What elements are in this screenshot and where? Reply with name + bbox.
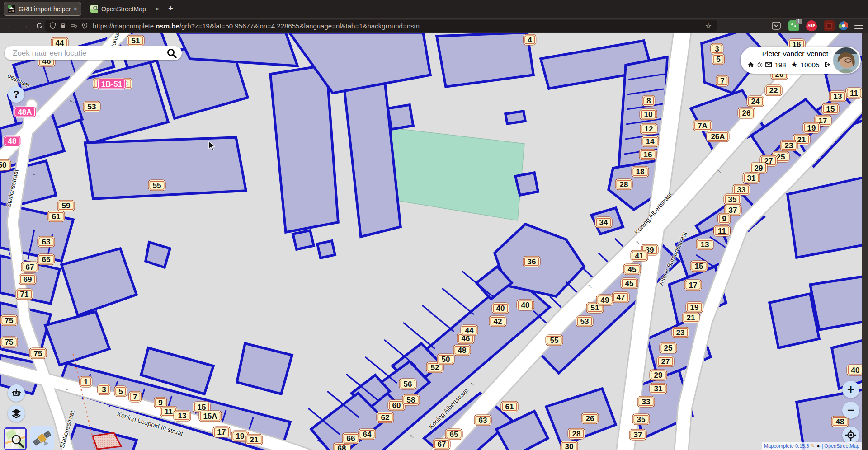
house-number-badge[interactable]: 40	[847, 365, 864, 376]
house-number-badge[interactable]: 31	[650, 383, 667, 394]
house-number-badge[interactable]: 63	[38, 236, 55, 248]
messages-icon[interactable]	[765, 61, 772, 68]
house-number-badge[interactable]: 1B-51	[97, 79, 127, 90]
house-number-badge[interactable]: 49	[596, 295, 614, 306]
zoom-in-button[interactable]: +	[842, 381, 859, 398]
house-number-badge[interactable]: 15A	[198, 411, 222, 422]
house-number-badge[interactable]: 63	[474, 415, 492, 426]
house-number-badge[interactable]: 21	[682, 312, 700, 323]
house-number-badge[interactable]: 75	[29, 348, 47, 359]
tab-grb-import-helper[interactable]: GRB GRB import helper ×	[4, 2, 81, 16]
house-number-badge[interactable]: 33	[637, 396, 655, 408]
attribution-edit-icon[interactable]: ✎	[811, 443, 815, 449]
house-number-badge[interactable]: 26	[738, 108, 755, 119]
pocket-save-icon[interactable]	[771, 20, 782, 31]
tab-openstreetmap[interactable]: OpenStreetMap ×	[87, 2, 163, 16]
zoom-out-button[interactable]: −	[842, 402, 859, 419]
house-number-badge[interactable]: 55	[546, 335, 563, 346]
house-number-badge[interactable]: 56	[399, 379, 417, 390]
house-number-badge[interactable]: 36	[523, 256, 541, 267]
house-number-badge[interactable]: 27	[657, 356, 675, 367]
extension-multicolor-icon[interactable]	[838, 20, 849, 31]
attribution-osm-link[interactable]: | OpenStreetMap	[821, 443, 859, 449]
location-search-box[interactable]	[5, 46, 182, 60]
new-tab-button[interactable]: +	[168, 4, 173, 14]
house-number-badge[interactable]: 4	[523, 34, 536, 46]
house-number-badge[interactable]: 19	[803, 122, 821, 134]
house-number-badge[interactable]: 14	[642, 136, 659, 147]
house-number-badge[interactable]: 30	[561, 441, 578, 450]
adblock-plus-icon[interactable]: ABP	[806, 20, 817, 31]
house-number-badge[interactable]: 50	[437, 354, 455, 365]
house-number-badge[interactable]: 34	[595, 217, 613, 228]
forward-button[interactable]: →	[19, 20, 31, 32]
house-number-badge[interactable]: 25	[660, 342, 677, 354]
house-number-badge[interactable]: 23	[780, 140, 798, 151]
house-number-badge[interactable]: 42	[489, 316, 507, 327]
house-number-badge[interactable]: 17	[684, 280, 702, 291]
house-number-badge[interactable]: 35	[724, 194, 741, 205]
house-number-badge[interactable]: 53	[576, 316, 594, 327]
house-number-badge[interactable]: 29	[650, 370, 667, 381]
help-button[interactable]: ?	[8, 86, 24, 103]
house-number-badge[interactable]: 64	[359, 429, 376, 440]
house-number-badge[interactable]: 35	[632, 414, 650, 425]
basemap-svg[interactable]	[0, 33, 868, 450]
url-bar[interactable]: https://mapcomplete.osm.be/grb?z=19&lat=…	[45, 20, 717, 32]
house-number-badge[interactable]: 62	[377, 412, 394, 423]
search-icon[interactable]	[166, 47, 178, 59]
house-number-badge[interactable]: 75	[0, 315, 18, 326]
house-number-badge[interactable]: 3	[97, 384, 110, 395]
house-number-badge[interactable]: 45	[621, 278, 638, 289]
house-number-badge[interactable]: 3	[710, 43, 723, 55]
house-number-badge[interactable]: 11	[713, 225, 731, 237]
logout-icon[interactable]	[825, 61, 831, 68]
attribution-mapillary-icon[interactable]: ●	[817, 443, 820, 449]
location-pin-icon[interactable]	[81, 22, 88, 29]
geolocate-button[interactable]	[842, 427, 859, 444]
house-number-badge[interactable]: 23	[672, 327, 689, 338]
house-number-badge[interactable]: 28	[615, 179, 633, 190]
house-number-badge[interactable]: 71	[16, 289, 33, 300]
house-number-badge[interactable]: 59	[57, 200, 75, 211]
house-number-badge[interactable]: 7A	[693, 120, 712, 131]
house-number-badge[interactable]: 65	[38, 254, 55, 265]
map-canvas[interactable]: oesmeerStationsstraatStationsstraatStati…	[0, 33, 868, 450]
house-number-badge[interactable]: 45	[623, 264, 641, 275]
back-button[interactable]: ←	[5, 20, 16, 32]
house-number-badge[interactable]: 21	[245, 434, 263, 445]
house-number-badge[interactable]: 24	[747, 96, 764, 107]
house-number-badge[interactable]: 9	[717, 213, 731, 225]
house-number-badge[interactable]: 1	[79, 376, 92, 388]
house-number-badge[interactable]: 15	[690, 261, 708, 272]
house-number-badge[interactable]: 61	[501, 401, 519, 412]
home-icon[interactable]	[748, 61, 754, 68]
house-number-badge[interactable]: 17	[213, 427, 231, 438]
house-number-badge[interactable]: 22	[765, 85, 783, 96]
house-number-badge[interactable]: 53	[83, 101, 101, 112]
house-number-badge[interactable]: 50	[0, 159, 11, 171]
house-number-badge[interactable]: 67	[21, 262, 39, 273]
shield-icon[interactable]	[49, 22, 56, 29]
house-number-badge[interactable]: 12	[640, 123, 658, 135]
house-number-badge[interactable]: 55	[148, 180, 166, 191]
house-number-badge[interactable]: 75	[0, 337, 18, 348]
layers-button[interactable]	[8, 405, 25, 422]
house-number-badge[interactable]: 15	[822, 103, 840, 115]
tab-close-icon[interactable]: ×	[156, 5, 159, 13]
house-number-badge[interactable]: 40	[492, 303, 509, 314]
house-number-badge[interactable]: 13	[829, 91, 847, 102]
house-number-badge[interactable]: 11	[845, 88, 863, 99]
permissions-icon[interactable]	[70, 22, 77, 29]
house-number-badge[interactable]: 13	[696, 239, 714, 250]
house-number-badge[interactable]: 40	[517, 300, 534, 311]
house-number-badge[interactable]: 41	[631, 250, 648, 262]
house-number-badge[interactable]: 37	[629, 429, 647, 441]
gear-icon[interactable]	[757, 61, 763, 69]
reload-button[interactable]	[33, 20, 45, 32]
extension-darkred-icon[interactable]	[824, 20, 835, 31]
house-number-badge[interactable]: 51	[127, 35, 145, 47]
house-number-badge[interactable]: 19	[686, 302, 703, 313]
house-number-badge[interactable]: 8	[642, 95, 655, 107]
extension-green-icon[interactable]: 1	[788, 20, 799, 31]
